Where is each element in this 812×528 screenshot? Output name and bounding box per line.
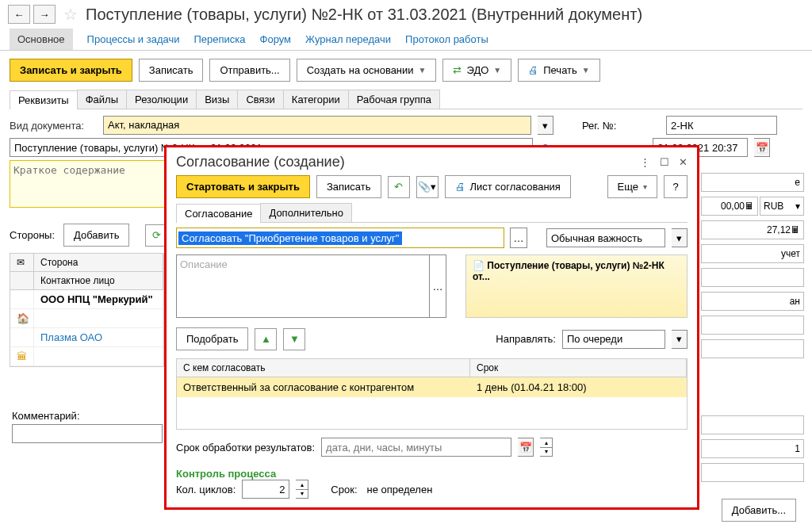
add-side-button[interactable]: Добавить [63, 224, 129, 247]
route-dropdown[interactable]: ▾ [672, 330, 688, 349]
subject-input[interactable]: Согласовать "Приобретение товаров и услу… [176, 228, 504, 248]
tab-main[interactable]: Основное [10, 29, 73, 50]
blank [34, 309, 163, 327]
table-row[interactable]: 🏠 [10, 309, 163, 328]
modal-tab-additional[interactable]: Дополнительно [260, 203, 352, 222]
kebab-icon[interactable]: ⋮ [640, 156, 650, 168]
deadline-stepper[interactable]: ▴▾ [540, 438, 553, 457]
val2-field[interactable]: 27,12 🖩 [701, 220, 804, 239]
move-up-button[interactable]: ▲ [255, 328, 277, 350]
label-stub: ан [790, 296, 800, 307]
currency-select[interactable]: RUB▾ [760, 197, 804, 216]
attached-doc[interactable]: 📄 Поступление (товары, услуги) №2-НК от.… [465, 254, 688, 318]
subtab-links[interactable]: Связи [237, 90, 283, 109]
field-stub[interactable]: ан [701, 292, 804, 311]
nav-forward-button[interactable] [33, 5, 56, 24]
close-icon[interactable]: ✕ [679, 156, 688, 168]
bottom-add-button[interactable]: Добавить... [722, 499, 796, 522]
doc-type-input[interactable]: Акт, накладная [103, 116, 531, 135]
desc-ellipsis[interactable]: … [429, 254, 446, 318]
modal-tab-approval[interactable]: Согласование [176, 204, 261, 223]
modal-write-button[interactable]: Записать [316, 175, 381, 198]
comment-input[interactable] [12, 424, 163, 443]
importance-dropdown[interactable]: ▾ [672, 228, 688, 247]
print-label: Печать [543, 64, 577, 76]
field-stub[interactable]: учет [701, 244, 804, 263]
table-row[interactable]: ООО НПЦ "Меркурий" [10, 290, 163, 309]
field-stub[interactable]: е [701, 173, 804, 192]
deadline-calendar[interactable]: 📅 [518, 438, 534, 457]
more-button[interactable]: Еще▾ [607, 175, 657, 198]
more-label: Еще [618, 181, 638, 193]
doc-type-label: Вид документа: [10, 120, 97, 132]
subtab-visas[interactable]: Визы [196, 90, 238, 109]
field-stub[interactable] [701, 415, 804, 434]
subject-ellipsis[interactable]: … [510, 228, 527, 248]
undo-button[interactable]: ↶ [388, 176, 410, 198]
field-stub[interactable] [701, 339, 804, 358]
print-icon: 🖨 [528, 64, 538, 76]
right-panel: е 00,00 🖩 RUB▾ 27,12 🖩 учет ан 1 [701, 173, 804, 482]
favorite-star-icon[interactable]: ☆ [63, 5, 78, 24]
cycles-stepper[interactable]: ▴▾ [296, 480, 308, 499]
page-title: Поступление (товары, услуги) №2-НК от 31… [86, 6, 642, 24]
subtab-requisites[interactable]: Реквизиты [10, 90, 78, 109]
send-button[interactable]: Отправить... [209, 59, 289, 82]
chevron-down-icon: ▾ [643, 182, 647, 191]
move-down-button[interactable]: ▼ [283, 328, 305, 350]
subtab-files[interactable]: Файлы [77, 90, 127, 109]
importance-select[interactable] [546, 228, 665, 247]
subtab-resolutions[interactable]: Резолюции [126, 90, 197, 109]
calc-icon: 🖩 [745, 201, 754, 212]
edo-icon: ⇄ [453, 64, 462, 76]
write-button[interactable]: Записать [139, 59, 204, 82]
chevron-down-icon: ▼ [582, 66, 590, 75]
table-row[interactable]: 🏛 [10, 347, 163, 366]
cycles-input[interactable] [242, 480, 289, 499]
table-row[interactable]: Ответственный за согласование с контраге… [177, 377, 687, 397]
attach-button[interactable]: 📎▾ [416, 176, 439, 198]
main-toolbar: Записать и закрыть Записать Отправить...… [0, 51, 812, 90]
description-textarea[interactable]: Описание [176, 254, 430, 318]
print-button[interactable]: 🖨Печать▼ [518, 59, 600, 82]
help-button[interactable]: ? [664, 175, 688, 198]
route-select[interactable] [562, 330, 665, 349]
side-name: Плазма ОАО [34, 328, 163, 346]
approval-list-label: Лист согласования [470, 181, 561, 193]
arrow-left-icon [14, 9, 25, 21]
tab-correspondence[interactable]: Переписка [194, 29, 246, 50]
doc-type-dropdown[interactable]: ▾ [538, 116, 553, 135]
pick-button[interactable]: Подобрать [176, 327, 248, 350]
field-stub[interactable] [701, 316, 804, 335]
modal-title: Согласование (создание) [176, 154, 345, 170]
edo-button[interactable]: ⇄ЭДО▼ [442, 59, 511, 82]
approval-list-button[interactable]: 🖨Лист согласования [445, 175, 571, 198]
contact-col-header: Контактное лицо [34, 272, 163, 289]
calendar-button[interactable]: 📅 [754, 138, 770, 157]
field-stub[interactable] [701, 463, 804, 482]
tab-processes[interactable]: Процессы и задачи [87, 29, 180, 50]
nav-back-button[interactable] [8, 5, 30, 24]
create-from-button[interactable]: Создать на основании▼ [297, 59, 437, 82]
table-row[interactable]: Плазма ОАО [10, 328, 163, 347]
tab-transfer-log[interactable]: Журнал передачи [305, 29, 391, 50]
result-deadline-input[interactable] [321, 438, 511, 457]
sum-field[interactable]: 00,00 🖩 [701, 197, 758, 216]
currency-value: RUB [764, 201, 783, 212]
field-stub[interactable] [701, 268, 804, 287]
tab-forum[interactable]: Форум [260, 29, 292, 50]
tab-protocol[interactable]: Протокол работы [405, 29, 488, 50]
reg-no-input[interactable] [666, 116, 777, 135]
deadline-cell: 1 день (01.04.21 18:00) [470, 377, 687, 397]
approver-col-header: С кем согласовать [177, 359, 470, 377]
start-and-close-button[interactable]: Стартовать и закрыть [176, 175, 310, 198]
subtab-categories[interactable]: Категории [283, 90, 349, 109]
result-deadline-label: Срок обработки результатов: [176, 442, 315, 453]
sides-label: Стороны: [10, 229, 57, 241]
field-stub[interactable]: 1 [701, 439, 804, 458]
reg-no-label: Рег. №: [582, 120, 625, 132]
write-and-close-button[interactable]: Записать и закрыть [10, 59, 132, 82]
side-col-header: Сторона [34, 254, 163, 271]
maximize-icon[interactable]: ☐ [660, 156, 669, 168]
subtab-workgroup[interactable]: Рабочая группа [348, 90, 440, 109]
